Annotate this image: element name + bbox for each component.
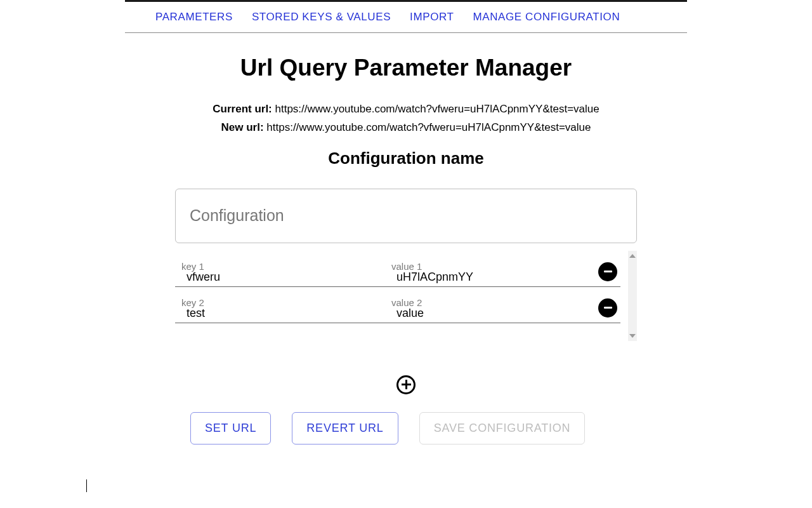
tab-stored-keys-values[interactable]: STORED KEYS & VALUES (252, 11, 391, 23)
form-area: key 1 vfweru value 1 uH7lACpnmYY (175, 189, 637, 444)
key-value: vfweru (181, 271, 385, 284)
svg-marker-1 (629, 334, 636, 338)
minus-icon (604, 271, 612, 272)
key-value: test (181, 307, 385, 320)
value-value: uH7lACpnmYY (391, 271, 595, 284)
minus-icon (604, 307, 612, 309)
scroll-up-arrow-icon[interactable] (628, 251, 637, 261)
plus-icon (405, 380, 407, 389)
url-display: Current url: https://www.youtube.com/wat… (125, 100, 687, 137)
param-row: key 2 test value 2 value (175, 287, 620, 323)
page-title: Url Query Parameter Manager (125, 55, 687, 81)
key-field[interactable]: key 2 test (175, 297, 385, 320)
remove-row-button[interactable] (598, 298, 617, 318)
param-row: key 1 vfweru value 1 uH7lACpnmYY (175, 251, 620, 287)
tab-bar: PARAMETERS STORED KEYS & VALUES IMPORT M… (125, 2, 687, 33)
scroll-down-arrow-icon[interactable] (628, 331, 637, 341)
key-field[interactable]: key 1 vfweru (175, 261, 385, 284)
current-url-label: Current url: (213, 103, 272, 115)
params-rows-area: key 1 vfweru value 1 uH7lACpnmYY (175, 251, 637, 341)
config-name-heading: Configuration name (125, 149, 687, 168)
configuration-name-input[interactable] (175, 189, 637, 243)
set-url-button[interactable]: SET URL (190, 412, 271, 444)
new-url-value: https://www.youtube.com/watch?vfweru=uH7… (266, 121, 591, 133)
value-value: value (391, 307, 595, 320)
text-cursor (86, 479, 87, 492)
tab-import[interactable]: IMPORT (410, 11, 454, 23)
svg-marker-0 (629, 254, 636, 258)
current-url-value: https://www.youtube.com/watch?vfweru=uH7… (275, 103, 599, 115)
params-rows-list: key 1 vfweru value 1 uH7lACpnmYY (175, 251, 620, 341)
value-field[interactable]: value 2 value (385, 297, 595, 320)
rows-scrollbar[interactable] (628, 251, 637, 341)
remove-row-button[interactable] (598, 262, 617, 281)
tab-manage-configuration[interactable]: MANAGE CONFIGURATION (473, 11, 620, 23)
app-container: PARAMETERS STORED KEYS & VALUES IMPORT M… (125, 0, 687, 444)
action-buttons: SET URL REVERT URL SAVE CONFIGURATION (175, 412, 637, 444)
save-configuration-button: SAVE CONFIGURATION (419, 412, 586, 444)
value-field[interactable]: value 1 uH7lACpnmYY (385, 261, 595, 284)
add-row-button[interactable] (396, 375, 416, 394)
revert-url-button[interactable]: REVERT URL (292, 412, 398, 444)
tab-parameters[interactable]: PARAMETERS (155, 11, 233, 23)
new-url-label: New url: (221, 121, 264, 133)
